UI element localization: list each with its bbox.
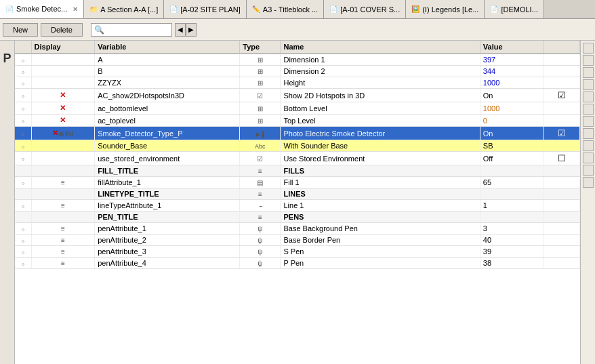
row-type: ≡ <box>240 188 281 200</box>
right-panel-sq-7 <box>583 116 594 127</box>
row-display: ≡ <box>31 200 95 211</box>
table-row[interactable]: ⬦✕ac_toplevel⊞Top Level0 <box>15 115 580 127</box>
right-panel-sq-10 <box>583 153 594 163</box>
table-row[interactable]: ⬦A⊞Dimension 1397 <box>15 54 580 66</box>
table-row[interactable]: ⬦≡lineTypeAttribute_1---Line 11 <box>15 200 580 211</box>
search-icon: 🔍 <box>94 25 104 35</box>
tab-titleblock[interactable]: ✏️ A3 - Titleblock ... <box>247 0 324 18</box>
row-name: Dimension 1 <box>281 54 480 66</box>
row-name: P Pen <box>281 258 480 269</box>
right-panel <box>580 41 595 364</box>
row-type: ψ <box>240 246 281 258</box>
right-panel-sq-11 <box>583 165 594 176</box>
row-value: On <box>480 127 543 140</box>
col-display-header: Display <box>31 41 95 54</box>
row-extra <box>543 115 580 127</box>
tab-siteplan-icon: 📄 <box>169 5 178 13</box>
row-extra <box>543 54 580 66</box>
row-extra <box>543 246 580 258</box>
tab-section-icon: 📁 <box>89 5 98 13</box>
row-display <box>31 165 95 177</box>
right-panel-sq-3 <box>583 67 594 78</box>
row-display: ≡ <box>31 246 95 258</box>
row-type: ⊞ <box>240 66 281 77</box>
row-extra <box>543 66 580 77</box>
tab-smoke-close[interactable]: ✕ <box>73 5 78 13</box>
col-variable-header: Variable <box>95 41 240 54</box>
table-row[interactable]: ⬦≡penAttribute_2ψBase Border Pen40 <box>15 235 580 246</box>
table-row[interactable]: ⬦✕▣BUSmoke_Detector_Type_P▶▐Photo Electr… <box>15 127 580 140</box>
tab-titleblock-label: A3 - Titleblock ... <box>263 5 318 14</box>
table-row[interactable]: ⬦B⊞Dimension 2344 <box>15 66 580 77</box>
row-display <box>31 152 95 165</box>
nav-next[interactable]: ▶ <box>186 23 197 37</box>
row-variable: fillAttribute_1 <box>95 177 240 188</box>
row-extra <box>543 200 580 211</box>
row-value: 0 <box>480 115 543 127</box>
table-container[interactable]: Display Variable Type Name Value ⬦A⊞Dime… <box>15 41 580 364</box>
row-extra: ☑ <box>543 127 580 140</box>
row-extra <box>543 77 580 89</box>
table-row[interactable]: ⬦Sounder_BaseAbcWith Sounder BaseSB <box>15 140 580 152</box>
search-box: 🔍 <box>91 23 172 37</box>
table-row[interactable]: ⬦ZZYZX⊞Height1000 <box>15 77 580 89</box>
tab-siteplan[interactable]: 📄 [A-02 SITE PLAN] <box>164 0 247 18</box>
table-row[interactable]: ⬦✕ac_bottomlevel⊞Bottom Level1000 <box>15 102 580 115</box>
row-value: On <box>480 89 543 102</box>
table-row[interactable]: ⬦use_stored_environment☑Use Stored Envir… <box>15 152 580 165</box>
tab-legends[interactable]: 🖼️ (I) Legends [Le... <box>406 0 485 18</box>
table-row[interactable]: ⬦≡penAttribute_4ψP Pen38 <box>15 258 580 269</box>
nav-prev[interactable]: ◀ <box>175 23 186 37</box>
row-value: 40 <box>480 235 543 246</box>
row-handle: ⬦ <box>15 258 31 269</box>
tab-demo[interactable]: 📄 [DEMOLI... <box>485 0 543 18</box>
tab-cover[interactable]: 📄 [A-01 COVER S... <box>324 0 406 18</box>
row-type: ψ <box>240 258 281 269</box>
tab-section[interactable]: 📁 A Section A-A [...] <box>84 0 164 18</box>
row-value: 65 <box>480 177 543 188</box>
row-handle: ⬦ <box>15 77 31 89</box>
row-extra <box>543 102 580 115</box>
right-panel-sq-6 <box>583 104 594 115</box>
right-panel-sq-1 <box>583 43 594 54</box>
tab-smoke[interactable]: 📄 Smoke Detec... ✕ <box>0 0 84 18</box>
row-type: ⊞ <box>240 102 281 115</box>
search-input[interactable] <box>104 26 165 34</box>
row-value <box>480 165 543 177</box>
table-row[interactable]: ⬦≡penAttribute_3ψS Pen39 <box>15 246 580 258</box>
row-value: 3 <box>480 223 543 235</box>
row-display <box>31 66 95 77</box>
row-type: ⊞ <box>240 54 281 66</box>
table-row[interactable]: FILL_TITLE≡FILLS <box>15 165 580 177</box>
row-type: ▶▐ <box>240 127 281 140</box>
table-row[interactable]: ⬦≡penAttribute_1ψBase Background Pen3 <box>15 223 580 235</box>
table-row[interactable]: LINETYPE_TITLE≡LINES <box>15 188 580 200</box>
row-type: ≡ <box>240 165 281 177</box>
row-handle: ⬦ <box>15 177 31 188</box>
row-type: ⊞ <box>240 115 281 127</box>
row-handle: ⬦ <box>15 223 31 235</box>
row-handle: ⬦ <box>15 140 31 152</box>
row-extra: ☐ <box>543 152 580 165</box>
row-display: ✕▣BU <box>31 127 95 140</box>
table-row[interactable]: PEN_TITLE≡PENS <box>15 211 580 223</box>
new-button[interactable]: New <box>3 23 38 37</box>
row-name: With Sounder Base <box>281 140 480 152</box>
row-value: 397 <box>480 54 543 66</box>
delete-button[interactable]: Delete <box>41 23 83 37</box>
tab-section-label: A Section A-A [...] <box>100 5 158 14</box>
table-row[interactable]: ⬦≡fillAttribute_1▤Fill 165 <box>15 177 580 188</box>
row-display: ✕ <box>31 102 95 115</box>
row-display: ✕ <box>31 89 95 102</box>
row-value: 1000 <box>480 77 543 89</box>
row-handle: ⬦ <box>15 89 31 102</box>
row-handle: ⬦ <box>15 102 31 115</box>
row-extra <box>543 235 580 246</box>
row-type: ☑ <box>240 152 281 165</box>
row-variable: penAttribute_4 <box>95 258 240 269</box>
row-display: ≡ <box>31 258 95 269</box>
col-handle-header <box>15 41 31 54</box>
tab-bar: 📄 Smoke Detec... ✕ 📁 A Section A-A [...]… <box>0 0 595 19</box>
row-extra <box>543 211 580 223</box>
table-row[interactable]: ⬦✕AC_show2DHotspotsIn3D☑Show 2D Hotspots… <box>15 89 580 102</box>
